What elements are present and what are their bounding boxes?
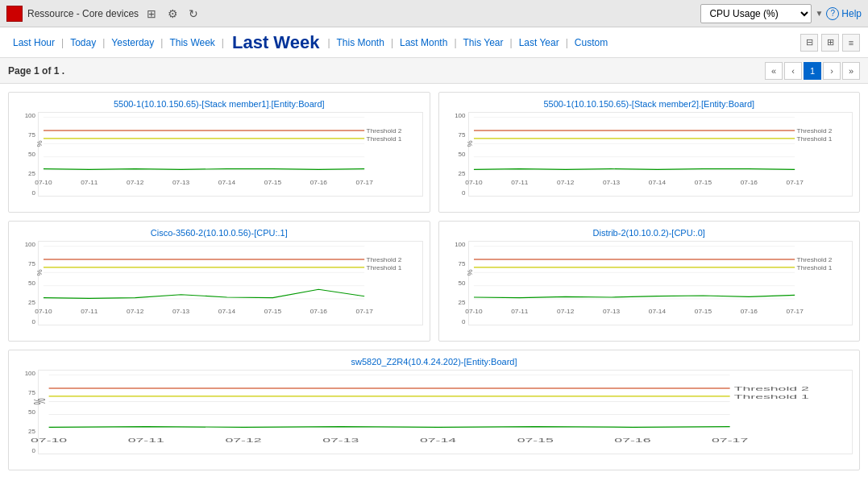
chart-svg-chart5: Threshold 2Threshold 107-1007-1107-1207-… [38,370,853,454]
nav-active-label: Last Week [226,32,326,53]
charts-grid: 5500-1(10.10.150.65)-[Stack member1].[En… [8,92,860,470]
main-content: 5500-1(10.10.150.65)-[Stack member1].[En… [0,84,868,493]
nav-this-year[interactable]: This Year [459,37,509,48]
nav-custom[interactable]: Custom [570,37,613,48]
svg-text:07-12: 07-12 [127,308,144,315]
svg-text:Threshold 2: Threshold 2 [796,257,832,264]
svg-text:07-15: 07-15 [694,179,712,186]
nav-sep-5: | [326,37,331,48]
svg-text:07-10: 07-10 [465,308,483,315]
pagination-bar: Page 1 of 1 . « ‹ 1 › » [0,58,868,84]
svg-text:07-12: 07-12 [225,437,261,444]
nav-last-month[interactable]: Last Month [395,37,452,48]
svg-text:Threshold 1: Threshold 1 [796,135,832,143]
chart-cell-chart4: Distrib-2(10.10.0.2)-[CPU:.0]1007550250T… [438,221,861,342]
svg-text:Threshold 2: Threshold 2 [796,128,832,135]
chart-svg-chart4: Threshold 2Threshold 107-1007-1107-1207-… [468,241,853,325]
svg-text:07-12: 07-12 [557,179,575,186]
nav-sep-1: | [60,37,65,48]
nav-links: Last Hour | Today | Yesterday | This Wee… [8,32,800,53]
chart-title-chart4: Distrib-2(10.10.0.2)-[CPU:.0] [446,228,853,238]
app-logo-icon [6,6,23,22]
svg-text:07-14: 07-14 [648,179,666,186]
nav-last-year[interactable]: Last Year [514,37,564,48]
help-button[interactable]: ? Help [826,7,862,20]
nav-today[interactable]: Today [65,37,101,48]
page-first-button[interactable]: « [765,62,783,80]
svg-text:07-17: 07-17 [712,437,748,444]
svg-text:07-11: 07-11 [81,179,98,186]
svg-text:%: % [35,140,43,147]
help-label: Help [841,8,862,19]
svg-text:07-13: 07-13 [172,179,190,186]
svg-text:07-11: 07-11 [511,179,529,186]
svg-text:Threshold 1: Threshold 1 [796,264,832,271]
settings-icon[interactable]: ⚙ [164,6,181,22]
chart-cell-chart3: Cisco-3560-2(10.10.0.56)-[CPU:.1]1007550… [8,221,430,342]
svg-text:07-13: 07-13 [602,308,620,315]
svg-text:07-14: 07-14 [218,179,236,186]
view-mode-1-button[interactable]: ⊟ [800,34,818,52]
header: Ressource - Core devices ⊞ ⚙ ↻ CPU Usage… [0,0,868,27]
svg-text:Threshold 1: Threshold 1 [367,135,402,143]
svg-text:Threshold 2: Threshold 2 [734,385,809,392]
period: . [62,65,64,77]
nav-sep-9: | [564,37,570,48]
svg-text:07-15: 07-15 [694,308,712,315]
nav-sep-2: | [101,37,106,48]
svg-text:07-12: 07-12 [127,179,144,186]
chart-svg-chart2: Threshold 2Threshold 107-1007-1107-1207-… [468,112,853,197]
svg-text:07-16: 07-16 [740,308,758,315]
chart-title-chart1: 5500-1(10.10.150.65)-[Stack member1].[En… [15,99,423,109]
svg-text:07-17: 07-17 [356,308,374,315]
nav-this-month[interactable]: This Month [332,37,389,48]
nav-this-week[interactable]: This Week [164,37,219,48]
nav-yesterday[interactable]: Yesterday [106,37,159,48]
metric-dropdown-wrapper: CPU Usage (%) Memory Usage (%) Interface… [700,4,823,23]
svg-text:07-11: 07-11 [511,308,529,315]
svg-text:07-10: 07-10 [35,179,52,186]
view-mode-2-button[interactable]: ⊞ [821,34,839,52]
page-info: Page 1 of 1 . [8,65,64,77]
view-mode-3-button[interactable]: ≡ [842,34,860,52]
export-icon-1[interactable]: ⊞ [143,6,160,22]
nav-icons: ⊟ ⊞ ≡ [800,34,860,52]
page-1-button[interactable]: 1 [804,62,821,80]
metric-select[interactable]: CPU Usage (%) Memory Usage (%) Interface… [700,4,812,23]
svg-text:07-13: 07-13 [602,179,620,186]
svg-text:07-15: 07-15 [517,437,554,444]
chart-svg-chart1: Threshold 2Threshold 107-1007-1107-1207-… [38,112,423,197]
nav-sep-7: | [452,37,458,48]
nav-sep-8: | [509,37,514,48]
nav-sep-6: | [389,37,395,48]
dropdown-arrow-icon: ▼ [815,9,823,18]
svg-text:07-10: 07-10 [465,179,483,186]
svg-text:07-10: 07-10 [35,308,52,315]
svg-text:%: % [35,269,43,276]
help-circle-icon: ? [826,7,839,20]
header-left: Ressource - Core devices ⊞ ⚙ ↻ [6,6,201,22]
chart-title-chart5: sw5820_Z2R4(10.4.24.202)-[Entity:Board] [15,357,853,367]
page-label: Page [8,65,34,77]
nav-sep-4: | [220,37,226,48]
svg-text:07-15: 07-15 [264,179,282,186]
svg-text:07-17: 07-17 [786,308,804,315]
svg-text:07-10: 07-10 [31,437,68,444]
nav-sep-3: | [159,37,164,48]
svg-text:07-13: 07-13 [322,437,359,444]
svg-text:07-15: 07-15 [264,308,282,315]
page-prev-button[interactable]: ‹ [784,62,802,80]
svg-text:07-16: 07-16 [614,437,651,444]
svg-text:07-17: 07-17 [786,179,804,186]
svg-text:07-14: 07-14 [648,308,666,315]
svg-text:07-16: 07-16 [310,179,328,186]
refresh-icon[interactable]: ↻ [185,6,201,22]
svg-text:07-16: 07-16 [310,308,328,315]
nav-last-hour[interactable]: Last Hour [8,37,60,48]
page-last-button[interactable]: » [842,62,860,80]
svg-text:07-17: 07-17 [356,179,374,186]
page-next-button[interactable]: › [823,62,841,80]
chart-cell-chart5: sw5820_Z2R4(10.4.24.202)-[Entity:Board]1… [8,350,860,470]
header-title: Ressource - Core devices [27,8,139,19]
svg-text:Threshold 1: Threshold 1 [367,264,402,271]
